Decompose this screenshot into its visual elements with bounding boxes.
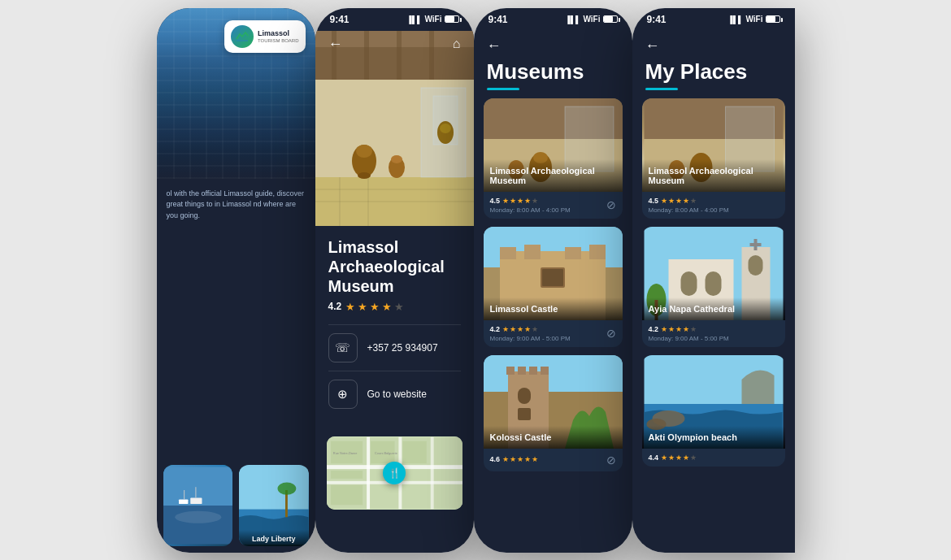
museums-title-underline [487, 88, 519, 90]
myplaces-title-underline [645, 88, 678, 90]
svg-rect-55 [524, 245, 541, 259]
home-button[interactable]: ⌂ [453, 37, 461, 51]
place-card-lady-liberty[interactable]: Lady Liberty [239, 465, 309, 546]
star-4: ★ [382, 301, 392, 313]
svg-point-31 [391, 155, 402, 163]
castle-1-overlay: Limassol Castle [484, 297, 623, 320]
svg-rect-63 [506, 367, 515, 375]
svg-rect-81 [749, 243, 761, 246]
myplace-card-2[interactable]: Ayia Napa Cathedral 4.2 ★ ★ ★ ★ ★ [642, 227, 785, 347]
kolossi-bookmark[interactable]: ⊘ [606, 454, 616, 467]
cat-s2: ★ [668, 325, 675, 333]
svg-rect-56 [565, 247, 581, 259]
phone4-status-icons: ▐▌▌ WiFi [727, 15, 779, 24]
castle-1-name: Limassol Castle [490, 304, 616, 314]
svg-rect-42 [330, 484, 362, 505]
map-container[interactable]: Rue Notre-Dame Cours Balguerie 🍴 [327, 436, 462, 510]
mp1-s1: ★ [661, 197, 667, 205]
cat-s5: ★ [690, 325, 697, 333]
mp1-s5: ★ [690, 197, 697, 205]
phone-4-inner: 9:41 ▐▌▌ WiFi ← My Places [632, 8, 795, 553]
svg-rect-4 [190, 497, 202, 504]
myplace-card-1[interactable]: Limassol Archaeological Museum 4.5 ★ ★ ★… [642, 98, 785, 219]
museum-rating-row: 4.2 ★ ★ ★ ★ ★ [328, 301, 461, 313]
phone-number[interactable]: +357 25 934907 [367, 342, 438, 354]
beach-footer: 4.4 ★ ★ ★ ★ ★ [642, 449, 785, 467]
phone-1-inner: Limassol TOURISM BOARD ol with the offic… [157, 8, 315, 553]
svg-rect-41 [330, 471, 362, 479]
myplace-1-hours: Monday: 8:00 AM - 4:00 PM [649, 206, 729, 214]
phone3-status-bar: 9:41 ▐▌▌ WiFi [474, 8, 632, 31]
myplace-card-1-image: Limassol Archaeological Museum [642, 98, 785, 192]
myplaces-header: ← My Places [632, 31, 795, 98]
castle-1-bookmark[interactable]: ⊘ [606, 327, 616, 340]
phone3-battery [603, 15, 618, 23]
phone1-content: Limassol TOURISM BOARD ol with the offic… [157, 8, 315, 553]
map-marker[interactable]: 🍴 [383, 462, 406, 484]
svg-point-26 [440, 124, 451, 133]
c1-s3: ★ [517, 325, 523, 333]
k-s1: ★ [502, 455, 509, 463]
b-s3: ★ [675, 454, 682, 462]
cathedral-stars: 4.2 ★ ★ ★ ★ ★ [649, 325, 729, 333]
museums-back-button[interactable]: ← [487, 37, 619, 54]
globe-icon: ⊕ [328, 380, 358, 409]
kolossi-name: Kolossi Castle [490, 432, 616, 442]
cathedral-overlay: Ayia Napa Cathedral [642, 297, 785, 320]
myplace-card-3[interactable]: Akti Olympion beach 4.4 ★ ★ ★ ★ ★ [642, 355, 785, 467]
myplace-1-rating-num: 4.5 [649, 197, 659, 205]
back-button[interactable]: ← [328, 36, 343, 53]
b-s5: ★ [690, 454, 697, 462]
castle-1-hours: Monday: 9:00 AM - 5:00 PM [490, 335, 571, 342]
logo-title: Limassol [258, 29, 299, 38]
svg-rect-68 [518, 408, 531, 420]
museum-1-overlay: Limassol Archaeological Museum [484, 159, 623, 192]
logo-subtitle: TOURISM BOARD [258, 38, 299, 43]
museums-title: Museums [487, 59, 619, 85]
svg-rect-77 [680, 271, 697, 296]
welcome-body: ol with the official Limassol guide, dis… [157, 179, 315, 458]
castle-1-footer: 4.2 ★ ★ ★ ★ ★ Monday: 9:00 AM - 5:00 PM … [484, 320, 623, 347]
c1-s2: ★ [510, 325, 516, 333]
museums-list: Limassol Archaeological Museum 4.5 ★ ★ ★… [474, 98, 632, 553]
phone3-status-icons: ▐▌▌ WiFi [565, 15, 617, 24]
c1-s5: ★ [532, 325, 538, 333]
c1-s1: ★ [502, 325, 509, 333]
battery-icon [445, 15, 459, 23]
phone4-battery [766, 15, 780, 23]
svg-point-28 [356, 145, 372, 158]
beach-overlay: Akti Olympion beach [642, 426, 785, 449]
lady-liberty-label: Lady Liberty [239, 530, 309, 546]
svg-rect-57 [589, 245, 606, 259]
m1-s2: ★ [510, 197, 516, 205]
museum-card-2[interactable]: Limassol Castle 4.2 ★ ★ ★ ★ ★ [484, 227, 623, 347]
k-s3: ★ [517, 455, 523, 463]
k-s2: ★ [510, 455, 516, 463]
myplaces-back-button[interactable]: ← [645, 37, 782, 54]
svg-rect-66 [541, 367, 549, 375]
museum-card-1[interactable]: Limassol Archaeological Museum 4.5 ★ ★ ★… [484, 98, 623, 219]
museums-header: ← Museums [474, 31, 632, 98]
museum-card-3[interactable]: Kolossi Castle 4.6 ★ ★ ★ ★ ★ [484, 355, 623, 471]
website-link[interactable]: Go to website [367, 389, 427, 400]
myplace-1-footer: 4.5 ★ ★ ★ ★ ★ Monday: 8:00 AM - 4:00 PM [642, 192, 785, 219]
status-icons: ▐▌▌ WiFi [406, 15, 458, 24]
castle-1-stars: 4.2 ★ ★ ★ ★ ★ [490, 325, 571, 333]
cathedral-rating: 4.2 ★ ★ ★ ★ ★ Monday: 9:00 AM - 5:00 PM [649, 325, 729, 342]
museum-1-stars: 4.5 ★ ★ ★ ★ ★ [490, 197, 571, 205]
museum-1-bookmark[interactable]: ⊘ [606, 198, 616, 211]
star-2: ★ [358, 301, 367, 313]
c1-s4: ★ [524, 325, 531, 333]
detail-info: Limassol Archaeological Museum 4.2 ★ ★ ★… [315, 226, 474, 428]
svg-rect-37 [430, 436, 433, 508]
beach-stars: 4.4 ★ ★ ★ ★ ★ [649, 454, 697, 462]
svg-rect-67 [518, 388, 531, 404]
place-card-attractions[interactable]: Attractions [163, 465, 233, 546]
svg-rect-3 [179, 499, 188, 504]
cat-s4: ★ [683, 325, 689, 333]
museum-card-3-image: Kolossi Castle [484, 355, 623, 449]
phone-3-museums: 9:41 ▐▌▌ WiFi ← Museums [474, 8, 632, 553]
myplace-1-stars: 4.5 ★ ★ ★ ★ ★ [649, 197, 729, 205]
k-s4: ★ [524, 455, 531, 463]
phone3-time: 9:41 [489, 14, 508, 25]
